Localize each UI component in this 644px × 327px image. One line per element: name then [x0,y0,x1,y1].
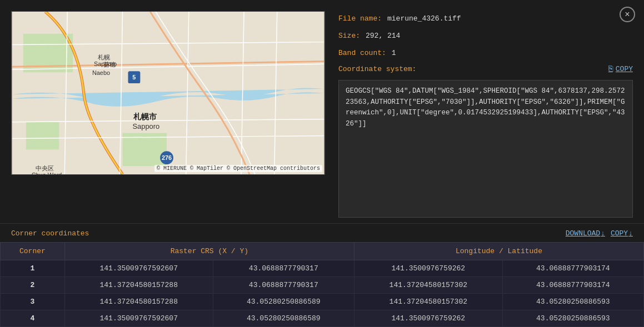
band-label: Band count: [338,48,386,59]
main-container: × [0,0,644,327]
corner-actions: DOWNLOAD COPY [566,229,633,238]
cell-lat: 43.05280250886593 [502,294,643,310]
col-corner: Corner [1,243,65,260]
cell-raster-y: 43.05280250886589 [213,310,354,327]
svg-text:札幌: 札幌 [98,54,110,61]
bottom-section: Corner coordinates DOWNLOAD COPY Corner … [0,223,644,327]
cell-lon: 141.37204580157302 [354,277,502,294]
cell-lat: 43.06888777903174 [502,260,643,277]
size-value: 292, 214 [366,31,400,42]
cell-raster-y: 43.0688877790317 [213,260,354,277]
corner-coords-table: Corner Raster CRS (X / Y) Longitude / La… [0,242,644,327]
file-name-value: mierune_4326.tiff [387,13,461,25]
close-button[interactable]: × [620,7,635,22]
svg-text:Naebo: Naebo [92,69,110,76]
coord-copy-label: COPY [616,65,633,73]
svg-text:5: 5 [132,74,136,81]
cell-corner: 2 [1,277,65,294]
cell-corner: 4 [1,310,65,327]
copy-corner-button[interactable]: COPY [611,229,633,238]
svg-text:Sapporo: Sapporo [132,122,159,130]
table-header-row: Corner Raster CRS (X / Y) Longitude / La… [1,243,644,260]
top-section: 276 5 苗穂 Naebo 札幌 Sapporo 札幌市 Sapporo 中央… [0,0,644,223]
svg-text:中央区: 中央区 [36,165,54,172]
cell-lat: 43.06888777903174 [502,277,643,294]
cell-corner: 1 [1,260,65,277]
corner-title: Corner coordinates [11,229,89,238]
cell-lon: 141.3500976759262 [354,310,502,327]
table-row: 1 141.35009767592607 43.0688877790317 14… [1,260,644,277]
map-attribution: © MIERUNE © MapTiler © OpenStreetMap con… [154,165,322,172]
col-raster-crs: Raster CRS (X / Y) [64,243,354,260]
svg-text:札幌市: 札幌市 [133,112,157,121]
coord-system-header-row: Coordinate system: ⎘ COPY [338,64,633,73]
corner-header: Corner coordinates DOWNLOAD COPY [0,224,644,242]
svg-rect-2 [26,122,59,150]
copy-icon: ⎘ [608,64,613,73]
cell-lon: 141.3500976759262 [354,260,502,277]
file-name-row: File name: mierune_4326.tiff [338,13,633,25]
map-container: 276 5 苗穂 Naebo 札幌 Sapporo 札幌市 Sapporo 中央… [11,11,325,175]
info-panel: File name: mierune_4326.tiff Size: 292, … [338,11,633,218]
file-name-label: File name: [338,13,382,25]
size-label: Size: [338,31,360,42]
cell-lat: 43.05280250886593 [502,310,643,327]
cell-raster-x: 141.35009767592607 [64,260,213,277]
cell-corner: 3 [1,294,65,310]
cell-lon: 141.37204580157302 [354,294,502,310]
coord-system-label: Coordinate system: [338,65,416,73]
svg-text:Chuo Ward: Chuo Ward [32,172,62,174]
svg-text:Sapporo: Sapporo [94,61,117,67]
coord-copy-button[interactable]: ⎘ COPY [608,64,633,73]
cell-raster-x: 141.37204580157288 [64,277,213,294]
table-row: 4 141.35009767592607 43.05280250886589 1… [1,310,644,327]
table-row: 3 141.37204580157288 43.05280250886589 1… [1,294,644,310]
svg-rect-3 [123,133,167,167]
cell-raster-y: 43.05280250886589 [213,294,354,310]
table-row: 2 141.37204580157288 43.0688877790317 14… [1,277,644,294]
cell-raster-x: 141.37204580157288 [64,294,213,310]
size-row: Size: 292, 214 [338,31,633,42]
cell-raster-x: 141.35009767592607 [64,310,213,327]
band-row: Band count: 1 [338,48,633,59]
col-lon-lat: Longitude / Latitude [354,243,643,260]
coord-system-box: GEOGCS["WGS 84",DATUM["WGS_1984",SPHEROI… [338,80,633,218]
download-button[interactable]: DOWNLOAD [566,229,605,238]
svg-text:276: 276 [162,154,172,161]
band-value: 1 [392,48,396,59]
cell-raster-y: 43.0688877790317 [213,277,354,294]
